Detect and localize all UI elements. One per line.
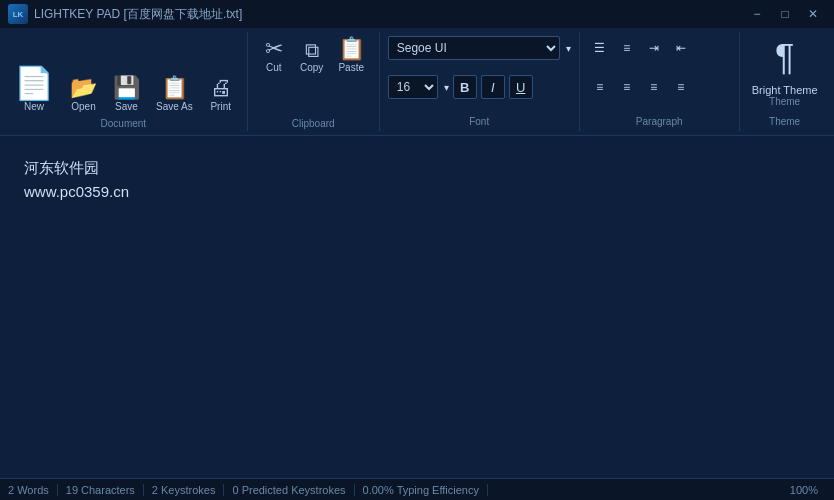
font-size-arrow: ▾: [444, 82, 449, 93]
list-bullet-icon: ☰: [594, 41, 605, 55]
maximize-button[interactable]: □: [772, 4, 798, 24]
document-group: 📄 New 📂 Open 💾 Save 📋 Save As 🖨 Print Do…: [0, 32, 248, 131]
align-justify-button[interactable]: ≡: [669, 75, 693, 99]
font-size-select[interactable]: 16 12 14 18 24: [388, 75, 438, 99]
print-label: Print: [210, 101, 231, 112]
title-bar-left: LK LIGHTKEY PAD [百度网盘下载地址.txt]: [8, 4, 242, 24]
clipboard-group: ✂ Cut ⧉ Copy 📋 Paste Clipboard: [248, 32, 380, 131]
align-left-icon: ≡: [596, 80, 603, 94]
print-icon: 🖨: [210, 77, 232, 99]
clipboard-group-label: Clipboard: [292, 118, 335, 129]
save-icon: 💾: [113, 77, 140, 99]
font-group: Segoe UI Arial Times New Roman ▾ 16 12 1…: [380, 32, 580, 131]
align-right-icon: ≡: [650, 80, 657, 94]
list-bullet-button[interactable]: ☰: [588, 36, 612, 60]
editor-area[interactable]: 河东软件园 www.pc0359.cn: [0, 136, 834, 478]
document-buttons: 📄 New 📂 Open 💾 Save 📋 Save As 🖨 Print: [8, 34, 239, 116]
align-center-button[interactable]: ≡: [615, 75, 639, 99]
copy-button[interactable]: ⧉ Copy: [294, 36, 330, 77]
minimize-button[interactable]: −: [744, 4, 770, 24]
paste-label: Paste: [338, 62, 364, 73]
paste-button[interactable]: 📋 Paste: [332, 34, 371, 77]
para-list-row: ☰ ≡ ⇥ ⇤: [588, 36, 731, 60]
new-icon: 📄: [14, 67, 54, 99]
font-format-row: 16 12 14 18 24 ▾ B I U: [388, 75, 571, 99]
clipboard-buttons: ✂ Cut ⧉ Copy 📋 Paste: [256, 34, 371, 77]
close-button[interactable]: ✕: [800, 4, 826, 24]
save-as-label: Save As: [156, 101, 193, 112]
list-indent-button[interactable]: ⇥: [642, 36, 666, 60]
list-indent-icon: ⇥: [649, 41, 659, 55]
open-button[interactable]: 📂 Open: [64, 73, 103, 116]
new-button[interactable]: 📄 New: [8, 63, 60, 116]
list-outdent-icon: ⇤: [676, 41, 686, 55]
para-align-row: ≡ ≡ ≡ ≡: [588, 75, 731, 99]
italic-button[interactable]: I: [481, 75, 505, 99]
theme-icon: ¶: [775, 40, 794, 76]
new-label: New: [24, 101, 44, 112]
status-words: 2 Words: [8, 484, 58, 496]
theme-group: ¶ Bright Theme Theme Theme: [740, 32, 830, 131]
status-efficiency: 0.00% Typing Efficiency: [355, 484, 488, 496]
paragraph-group: ☰ ≡ ⇥ ⇤ ≡ ≡ ≡ ≡: [580, 32, 740, 131]
cut-label: Cut: [266, 62, 282, 73]
status-keystrokes: 2 Keystrokes: [144, 484, 225, 496]
list-outdent-button[interactable]: ⇤: [669, 36, 693, 60]
status-characters: 19 Characters: [58, 484, 144, 496]
align-justify-icon: ≡: [677, 80, 684, 94]
cut-icon: ✂: [265, 38, 283, 60]
align-left-button[interactable]: ≡: [588, 75, 612, 99]
print-button[interactable]: 🖨 Print: [203, 73, 239, 116]
status-bar: 2 Words 19 Characters 2 Keystrokes 0 Pre…: [0, 478, 834, 500]
font-name-row: Segoe UI Arial Times New Roman ▾: [388, 36, 571, 60]
copy-label: Copy: [300, 62, 323, 73]
bold-button[interactable]: B: [453, 75, 477, 99]
status-predicted: 0 Predicted Keystrokes: [224, 484, 354, 496]
align-right-button[interactable]: ≡: [642, 75, 666, 99]
font-name-select[interactable]: Segoe UI Arial Times New Roman: [388, 36, 560, 60]
font-dropdown-arrow: ▾: [566, 43, 571, 54]
theme-name-label: Bright Theme: [752, 84, 818, 96]
align-center-icon: ≡: [623, 80, 630, 94]
title-bar: LK LIGHTKEY PAD [百度网盘下载地址.txt] − □ ✕: [0, 0, 834, 28]
font-group-label: Font: [388, 116, 571, 127]
save-as-button[interactable]: 📋 Save As: [150, 73, 199, 116]
open-icon: 📂: [70, 77, 97, 99]
theme-sub-label: Theme: [752, 96, 818, 107]
document-group-label: Document: [101, 118, 147, 129]
save-as-icon: 📋: [161, 77, 188, 99]
paste-icon: 📋: [338, 38, 365, 60]
cut-button[interactable]: ✂ Cut: [256, 34, 292, 77]
save-label: Save: [115, 101, 138, 112]
status-zoom: 100%: [782, 484, 826, 496]
theme-group-label: Theme: [769, 116, 800, 127]
title-bar-controls: − □ ✕: [744, 4, 826, 24]
open-label: Open: [71, 101, 95, 112]
copy-icon: ⧉: [305, 40, 319, 60]
list-number-icon: ≡: [623, 41, 630, 55]
ribbon: 📄 New 📂 Open 💾 Save 📋 Save As 🖨 Print Do…: [0, 28, 834, 136]
list-number-button[interactable]: ≡: [615, 36, 639, 60]
title-bar-text: LIGHTKEY PAD [百度网盘下载地址.txt]: [34, 6, 242, 23]
app-logo: LK: [8, 4, 28, 24]
editor-content[interactable]: 河东软件园 www.pc0359.cn: [24, 156, 810, 204]
save-button[interactable]: 💾 Save: [107, 73, 146, 116]
paragraph-group-label: Paragraph: [588, 116, 731, 127]
underline-button[interactable]: U: [509, 75, 533, 99]
